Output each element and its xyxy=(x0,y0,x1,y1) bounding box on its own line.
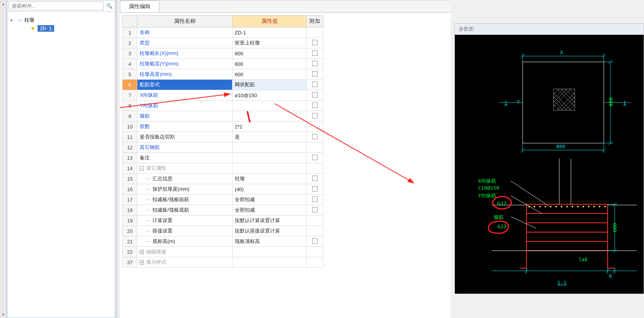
search-button[interactable]: 🔍 xyxy=(105,2,114,10)
property-add-cell[interactable] xyxy=(307,247,323,257)
property-name-cell[interactable]: 名称 xyxy=(137,27,232,38)
tree-collapse-icon[interactable]: ▾ xyxy=(10,18,15,22)
property-add-cell[interactable] xyxy=(307,174,323,184)
property-add-cell[interactable] xyxy=(307,163,323,174)
property-name-cell[interactable]: X向纵筋 xyxy=(137,90,232,101)
property-row[interactable]: 12其它钢筋 xyxy=(123,142,323,153)
checkbox-icon[interactable] xyxy=(312,61,318,66)
scroll-down-icon[interactable]: ▾ xyxy=(2,312,4,316)
property-add-cell[interactable] xyxy=(307,48,323,59)
property-value-cell[interactable]: 柱墩 xyxy=(232,174,307,184)
property-row[interactable]: 8Y向纵筋 xyxy=(123,101,323,111)
property-name-cell[interactable]: — 扣减板/筏板面筋 xyxy=(137,195,232,205)
property-name-cell[interactable]: 配筋形式 xyxy=(137,80,232,90)
checkbox-icon[interactable] xyxy=(312,82,318,87)
scroll-up-icon[interactable]: ▴ xyxy=(2,2,4,6)
property-value-cell[interactable] xyxy=(232,142,307,153)
property-row[interactable]: 7X向纵筋⌀10@150 xyxy=(123,90,323,101)
property-value-cell[interactable]: 2*2 xyxy=(232,121,307,132)
property-add-cell[interactable] xyxy=(307,132,323,142)
property-value-cell[interactable]: (40) xyxy=(232,184,307,195)
property-name-cell[interactable]: — 扣减板/筏板底筋 xyxy=(137,205,232,215)
checkbox-icon[interactable] xyxy=(312,50,318,56)
property-name-cell[interactable]: -其它属性 xyxy=(137,163,232,174)
search-input[interactable] xyxy=(9,2,104,10)
property-name-cell[interactable]: 备注 xyxy=(137,153,232,163)
property-add-cell[interactable] xyxy=(307,69,323,80)
property-add-cell[interactable] xyxy=(307,142,323,153)
property-value-cell[interactable]: 600 xyxy=(232,69,307,80)
property-add-cell[interactable] xyxy=(307,38,323,48)
property-name-cell[interactable]: 肢数 xyxy=(137,121,232,132)
property-value-cell[interactable]: 筏板顶标高 xyxy=(232,236,307,247)
property-name-cell[interactable]: 柱墩截宽(Y)(mm) xyxy=(137,59,232,69)
checkbox-icon[interactable] xyxy=(312,103,318,108)
property-add-cell[interactable] xyxy=(307,59,323,69)
property-row[interactable]: 14-其它属性 xyxy=(123,163,323,174)
checkbox-icon[interactable] xyxy=(312,186,318,191)
property-add-cell[interactable] xyxy=(307,195,323,205)
property-add-cell[interactable] xyxy=(307,90,323,101)
property-add-cell[interactable] xyxy=(307,153,323,163)
property-row[interactable]: 22+锚固搭接 xyxy=(123,247,323,257)
property-value-cell[interactable]: ZD-1 xyxy=(232,27,307,38)
property-add-cell[interactable] xyxy=(307,215,323,226)
property-add-cell[interactable] xyxy=(307,80,323,90)
property-name-cell[interactable]: +显示样式 xyxy=(137,257,232,268)
checkbox-icon[interactable] xyxy=(312,155,318,160)
property-name-cell[interactable]: 柱墩截长(X)(mm) xyxy=(137,48,232,59)
property-row[interactable]: 15— 汇总信息柱墩 xyxy=(123,174,323,184)
checkbox-icon[interactable] xyxy=(312,207,318,212)
checkbox-icon[interactable] xyxy=(312,197,318,202)
property-row[interactable]: 9箍筋 xyxy=(123,111,323,121)
tree-item-zd1[interactable]: ✹ ZD-1 xyxy=(10,24,112,32)
checkbox-icon[interactable] xyxy=(312,113,318,118)
property-name-cell[interactable]: +锚固搭接 xyxy=(137,247,232,257)
property-name-cell[interactable]: — 底标高(m) xyxy=(137,236,232,247)
expand-toggle-icon[interactable]: + xyxy=(140,250,144,254)
property-value-cell[interactable]: 按默认计算设置计算 xyxy=(232,215,307,226)
property-add-cell[interactable] xyxy=(307,236,323,247)
property-row[interactable]: 3柱墩截长(X)(mm)800 xyxy=(123,48,323,59)
tree-root-row[interactable]: ▾ ▭ 柱墩 xyxy=(10,16,112,24)
property-value-cell[interactable] xyxy=(232,153,307,163)
property-row[interactable]: 21— 底标高(m)筏板顶标高 xyxy=(123,236,323,247)
property-value-cell[interactable]: 矩形上柱墩 xyxy=(232,38,307,48)
property-add-cell[interactable] xyxy=(307,226,323,236)
property-add-cell[interactable] xyxy=(307,121,323,132)
cad-canvas[interactable]: X 800 Y 800 1 1 xyxy=(455,35,644,294)
property-row[interactable]: 19— 计算设置按默认计算设置计算 xyxy=(123,215,323,226)
property-name-cell[interactable]: 柱墩高度(mm) xyxy=(137,69,232,80)
property-value-cell[interactable]: 全部扣减 xyxy=(232,195,307,205)
property-name-cell[interactable]: — 搭接设置 xyxy=(137,226,232,236)
property-value-cell[interactable]: 800 xyxy=(232,59,307,69)
property-name-cell[interactable]: — 汇总信息 xyxy=(137,174,232,184)
splitter[interactable] xyxy=(115,0,118,318)
property-row[interactable]: 11是否按板边切割是 xyxy=(123,132,323,142)
property-row[interactable]: 4柱墩截宽(Y)(mm)800 xyxy=(123,59,323,69)
tab-properties[interactable]: 属性编辑 xyxy=(120,0,159,12)
property-row[interactable]: 16— 保护层厚度(mm)(40) xyxy=(123,184,323,195)
property-row[interactable]: 13备注 xyxy=(123,153,323,163)
property-row[interactable]: 37+显示样式 xyxy=(123,257,323,268)
property-add-cell[interactable] xyxy=(307,27,323,38)
property-row[interactable]: 17— 扣减板/筏板面筋全部扣减 xyxy=(123,195,323,205)
property-row[interactable]: 2类型矩形上柱墩 xyxy=(123,38,323,48)
property-value-cell[interactable]: 按默认搭接设置计算 xyxy=(232,226,307,236)
property-name-cell[interactable]: — 保护层厚度(mm) xyxy=(137,184,232,195)
property-name-cell[interactable]: 类型 xyxy=(137,38,232,48)
checkbox-icon[interactable] xyxy=(312,134,318,139)
property-value-cell[interactable]: 全部扣减 xyxy=(232,205,307,215)
checkbox-icon[interactable] xyxy=(312,40,318,45)
property-name-cell[interactable]: 箍筋 xyxy=(137,111,232,121)
property-value-cell[interactable] xyxy=(232,163,307,174)
property-add-cell[interactable] xyxy=(307,101,323,111)
checkbox-icon[interactable] xyxy=(312,176,318,181)
property-value-cell[interactable]: 网状配筋 xyxy=(232,80,307,90)
property-row[interactable]: 5柱墩高度(mm)600 xyxy=(123,69,323,80)
property-add-cell[interactable] xyxy=(307,111,323,121)
property-name-cell[interactable]: 是否按板边切割 xyxy=(137,132,232,142)
property-value-cell[interactable] xyxy=(232,101,307,111)
checkbox-icon[interactable] xyxy=(312,71,318,77)
property-value-cell[interactable] xyxy=(232,111,307,121)
